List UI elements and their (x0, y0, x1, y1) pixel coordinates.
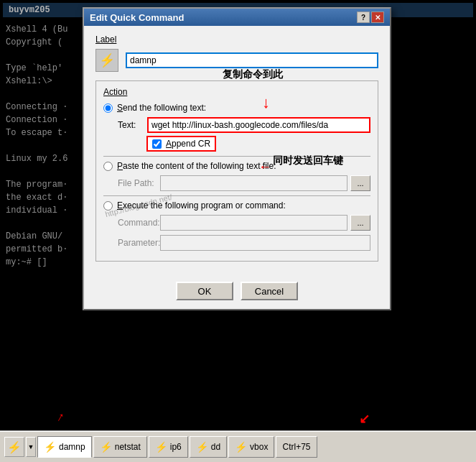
arrow-copy-command: ↓ (262, 93, 270, 112)
action-section: Action Send the following text: Text: Ap… (95, 80, 378, 262)
netstat-icon: ⚡ (100, 441, 112, 453)
append-cr-checkbox[interactable] (152, 139, 162, 149)
label-section-header: Label (95, 34, 378, 45)
command-input[interactable] (160, 215, 347, 231)
cancel-button[interactable]: Cancel (241, 282, 298, 300)
label-input[interactable] (126, 52, 378, 68)
ip6-label: ip6 (170, 442, 182, 452)
text-input[interactable] (147, 117, 370, 133)
send-text-radio[interactable] (103, 103, 113, 113)
text-input-row: Text: (118, 117, 370, 133)
command-browse-button[interactable]: ... (350, 215, 370, 231)
title-buttons: ? ✕ (357, 11, 384, 23)
ctrl75-label: Ctrl+75 (282, 442, 310, 452)
text-field-label: Text: (118, 120, 143, 130)
append-cr-row: Append CR (146, 136, 216, 152)
bottom-toolbar: ⚡ ▼ ⚡ damnp ⚡ netstat ⚡ ip6 ⚡ dd ⚡ vbox … (0, 430, 476, 462)
action-section-header: Action (103, 87, 370, 97)
vbox-label: vbox (250, 442, 268, 452)
dialog-title: Edit Quick Command (90, 12, 184, 23)
arrow-send-cr: ← (258, 160, 271, 175)
annotation-copy-command: 复制命令到此 (223, 68, 283, 81)
toolbar-tab-netstat[interactable]: ⚡ netstat (93, 436, 147, 458)
quick-command-icon: ⚡ (95, 49, 118, 72)
damnp-label: damnp (59, 442, 85, 452)
file-path-input[interactable] (160, 175, 347, 191)
parameter-row: Parameter: (118, 235, 370, 251)
ok-button[interactable]: OK (176, 282, 233, 300)
edit-quick-command-dialog: Edit Quick Command ? ✕ Label ⚡ Action Se… (83, 7, 391, 310)
dd-icon: ⚡ (196, 441, 208, 453)
dialog-footer: OK Cancel (84, 276, 390, 309)
annotation-right-click: 点击右键编辑 (11, 392, 71, 405)
file-browse-button[interactable]: ... (350, 175, 370, 191)
toolbar-icon-button[interactable]: ⚡ (4, 437, 24, 457)
toolbar-tab-ip6[interactable]: ⚡ ip6 (149, 436, 188, 458)
parameter-input[interactable] (160, 235, 370, 251)
vbox-icon: ⚡ (235, 441, 247, 453)
file-path-label: File Path: (118, 178, 157, 188)
toolbar-tab-damnp[interactable]: ⚡ damnp (37, 436, 92, 458)
close-button[interactable]: ✕ (371, 11, 384, 23)
divider-2 (103, 195, 370, 196)
send-text-radio-row: Send the following text: (103, 103, 370, 113)
ip6-icon: ⚡ (155, 441, 167, 453)
parameter-label: Parameter: (118, 238, 157, 248)
annotation-send-cr: 同时发送回车键 (273, 154, 343, 167)
send-text-label: Send the following text: (117, 103, 206, 113)
annotation-unset-button: 尚未设置的快捷按钮 (309, 392, 399, 405)
file-path-row: File Path: ... (118, 175, 370, 191)
help-button[interactable]: ? (357, 11, 370, 23)
netstat-label: netstat (115, 442, 141, 452)
toolbar-tab-ctrl75[interactable]: Ctrl+75 (276, 436, 317, 458)
toolbar-dropdown[interactable]: ▼ (26, 437, 36, 457)
command-label: Command: (118, 218, 157, 228)
dialog-body: Label ⚡ Action Send the following text: … (84, 26, 390, 276)
arrow-unset-button: ↙ (359, 411, 370, 427)
append-cr-label: Append CR (166, 139, 210, 149)
dd-label: dd (211, 442, 220, 452)
paste-file-label: Paste the content of the following text … (117, 161, 276, 171)
command-row: Command: ... (118, 215, 370, 231)
toolbar-tab-vbox[interactable]: ⚡ vbox (228, 436, 274, 458)
toolbar-tab-dd[interactable]: ⚡ dd (190, 436, 227, 458)
dialog-title-bar: Edit Quick Command ? ✕ (84, 9, 390, 26)
damnp-icon: ⚡ (44, 441, 56, 453)
paste-file-radio[interactable] (103, 162, 113, 171)
